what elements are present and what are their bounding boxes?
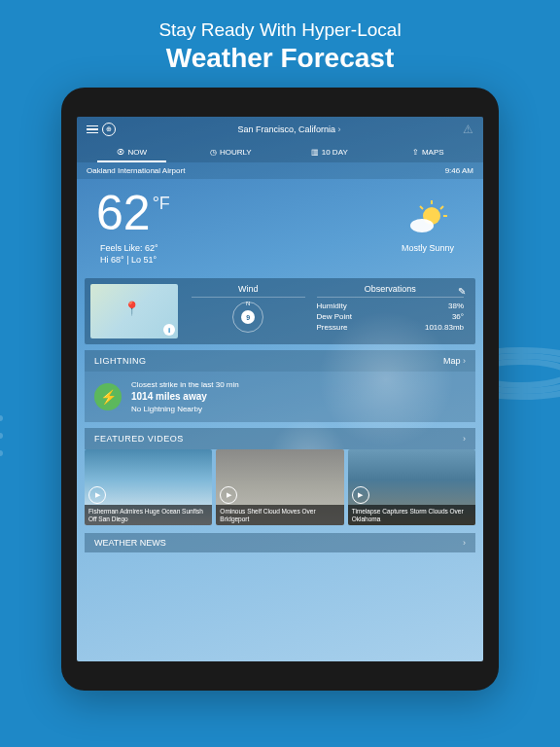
tab-label: NOW	[127, 148, 147, 157]
play-icon: ▶	[352, 486, 369, 504]
chevron-right-icon[interactable]: ›	[463, 434, 466, 444]
obs-row: Dew Point36°	[317, 312, 464, 321]
decorative-dots	[0, 410, 6, 463]
section-label: FEATURED VIDEOS	[94, 434, 184, 444]
bolt-icon: ⚡	[94, 383, 122, 410]
chevron-right-icon: ›	[463, 538, 466, 548]
obs-row: Pressure1010.83mb	[317, 323, 464, 332]
current-time: 9:46 AM	[445, 166, 473, 175]
location-label: San Francisco, California	[237, 124, 335, 134]
observations-column: ✎ Observations Humidity38% Dew Point36° …	[311, 284, 470, 338]
tab-label: MAPS	[422, 148, 444, 157]
tablet-frame: ⊕ San Francisco, California › ⚠ ⦿NOW ◷HO…	[61, 88, 499, 691]
lightning-header: LIGHTNING Map ›	[85, 350, 475, 372]
tab-now[interactable]: ⦿NOW	[83, 142, 182, 162]
details-panel: 📍 i Wind N 9 ✎ Observations Humidity38% …	[85, 278, 475, 344]
lightning-text: Closest strike in the last 30 min 1014 m…	[131, 379, 239, 414]
info-icon[interactable]: i	[163, 324, 175, 336]
menu-button[interactable]: ⊕	[87, 123, 116, 136]
feels-like: Feels Like: 62°	[100, 243, 402, 253]
temperature: 62 °F	[96, 189, 402, 237]
tab-maps[interactable]: ⇪MAPS	[379, 142, 478, 162]
temperature-block: 62 °F Feels Like: 62° Hi 68° | Lo 51°	[96, 189, 402, 265]
map-thumbnail[interactable]: 📍 i	[90, 284, 178, 338]
hamburger-icon	[87, 124, 98, 136]
tab-10day[interactable]: ▥10 DAY	[280, 142, 379, 162]
nav-tabs: ⦿NOW ◷HOURLY ▥10 DAY ⇪MAPS	[77, 142, 483, 162]
observations-header: Observations	[317, 284, 464, 298]
map-link[interactable]: Map ›	[443, 356, 466, 366]
tab-label: 10 DAY	[322, 148, 348, 157]
chevron-right-icon: ›	[338, 124, 341, 134]
video-caption: Timelapse Captures Storm Clouds Over Okl…	[348, 505, 475, 526]
news-header[interactable]: WEATHER NEWS ›	[85, 533, 475, 552]
map-pin-icon: 📍	[123, 301, 140, 316]
now-icon: ⦿	[117, 148, 124, 157]
svg-line-5	[440, 206, 443, 209]
lightning-distance: 1014 miles away	[131, 390, 239, 404]
lightning-panel[interactable]: ⚡ Closest strike in the last 30 min 1014…	[85, 372, 475, 422]
edit-icon[interactable]: ✎	[458, 286, 466, 297]
location-selector[interactable]: San Francisco, California ›	[237, 124, 340, 134]
sun-icon	[406, 196, 449, 239]
promo-title: Weather Forecast	[0, 43, 560, 74]
status-bar: Oakland International Airport 9:46 AM	[77, 162, 483, 179]
temp-unit: °F	[153, 195, 170, 212]
alert-icon[interactable]: ⚠	[463, 123, 473, 136]
clock-icon: ◷	[210, 148, 217, 157]
wind-compass: N 9	[232, 302, 263, 333]
svg-line-7	[420, 206, 423, 209]
tab-label: HOURLY	[220, 148, 252, 157]
temp-value: 62	[96, 189, 151, 237]
condition-block: Mostly Sunny	[402, 189, 464, 253]
obs-row: Humidity38%	[317, 302, 464, 310]
videos-row: ▶ Fisherman Admires Huge Ocean Sunfish O…	[85, 449, 475, 529]
wind-speed: 9	[241, 310, 255, 324]
app-header: ⊕ San Francisco, California › ⚠	[77, 117, 483, 142]
featured-header: FEATURED VIDEOS ›	[85, 428, 475, 449]
app-screen: ⊕ San Francisco, California › ⚠ ⦿NOW ◷HO…	[77, 117, 483, 661]
wind-header: Wind	[192, 284, 305, 298]
calendar-icon: ▥	[311, 148, 319, 157]
station-name: Oakland International Airport	[87, 166, 185, 175]
section-label: LIGHTNING	[94, 356, 147, 366]
video-card[interactable]: ▶ Timelapse Captures Storm Clouds Over O…	[348, 449, 475, 525]
svg-point-8	[410, 219, 434, 232]
compass-north: N	[246, 301, 250, 306]
condition-text: Mostly Sunny	[402, 243, 454, 253]
tab-hourly[interactable]: ◷HOURLY	[182, 142, 281, 162]
chevron-right-icon: ›	[463, 356, 466, 366]
video-caption: Ominous Shelf Cloud Moves Over Bridgepor…	[216, 505, 343, 526]
logo-icon: ⊕	[102, 123, 116, 136]
video-caption: Fisherman Admires Huge Ocean Sunfish Off…	[85, 505, 212, 526]
promo-subtitle: Stay Ready With Hyper-Local	[0, 19, 560, 41]
section-label: WEATHER NEWS	[94, 538, 166, 548]
current-conditions: 62 °F Feels Like: 62° Hi 68° | Lo 51°	[77, 179, 483, 278]
map-icon: ⇪	[412, 148, 419, 157]
hi-lo: Hi 68° | Lo 51°	[100, 255, 402, 265]
video-card[interactable]: ▶ Fisherman Admires Huge Ocean Sunfish O…	[85, 449, 212, 525]
wind-column: Wind N 9	[186, 284, 311, 338]
promo-banner: Stay Ready With Hyper-Local Weather Fore…	[0, 0, 560, 88]
video-card[interactable]: ▶ Ominous Shelf Cloud Moves Over Bridgep…	[216, 449, 343, 525]
